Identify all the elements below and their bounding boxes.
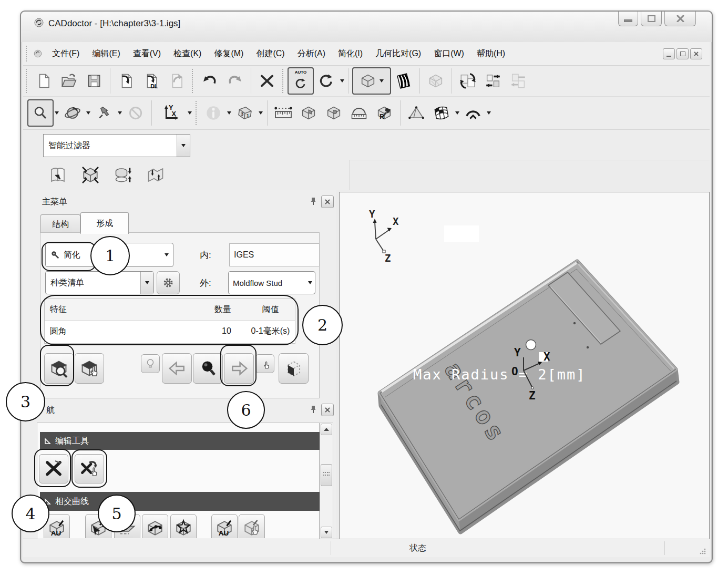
pick-hand-icon[interactable]	[255, 354, 274, 373]
minimize-button[interactable]	[618, 12, 638, 26]
measure-cube-icon[interactable]: 31	[232, 100, 258, 126]
undo-icon[interactable]	[197, 68, 222, 94]
box-section-2-icon[interactable]	[321, 100, 346, 126]
menu-simplify[interactable]: 简化(I)	[332, 46, 369, 62]
menu-create[interactable]: 创建(C)	[250, 46, 291, 62]
mesh-dropdown-arrow[interactable]	[454, 101, 460, 125]
forbidden-icon[interactable]	[123, 100, 148, 126]
viewport[interactable]: arcos Y X Z Max Radius = 2[mm]	[339, 192, 710, 540]
ruler-icon[interactable]	[271, 100, 296, 126]
mdi-restore-button[interactable]	[676, 48, 689, 59]
category-dropdown-arrow[interactable]	[140, 272, 153, 294]
category-list-combo[interactable]: 种类清单	[45, 271, 154, 294]
out-dropdown-arrow[interactable]	[305, 272, 315, 294]
open-file-icon[interactable]	[56, 68, 81, 94]
mdi-minimize-button[interactable]	[663, 48, 675, 59]
auto-update-icon[interactable]: AUTO	[288, 67, 314, 95]
pin-icon[interactable]	[307, 404, 319, 415]
menu-file[interactable]: 文件(F)	[46, 46, 86, 62]
mdi-close-button[interactable]	[690, 48, 702, 59]
compare-models-icon[interactable]	[480, 68, 506, 94]
redo-icon[interactable]	[222, 68, 248, 94]
smart-filter-combo[interactable]: 智能过滤器	[43, 134, 190, 157]
prev-arrow-icon[interactable]	[162, 353, 192, 384]
section-intersect-curves[interactable]: 相交曲线	[40, 492, 320, 511]
delete-icon[interactable]	[254, 68, 280, 94]
cube-pick-icon[interactable]	[75, 353, 104, 384]
cube-star-icon[interactable]	[170, 514, 197, 538]
sync-transfer-icon[interactable]	[506, 68, 531, 94]
compress-stack-icon[interactable]	[110, 163, 136, 187]
axes-dropdown-arrow[interactable]	[187, 101, 193, 125]
zoom-dropdown-arrow[interactable]	[54, 101, 60, 125]
main-menu-close-icon[interactable]	[321, 196, 334, 208]
orbit-dropdown-arrow[interactable]	[85, 101, 91, 125]
viewport-canvas[interactable]: arcos Y X Z Max Radius = 2[mm]	[340, 192, 709, 539]
pin-icon[interactable]	[307, 196, 319, 207]
menu-repair[interactable]: 修复(M)	[208, 46, 250, 62]
cube-au-2-icon[interactable]: AU	[211, 514, 238, 538]
section-edit-tools[interactable]: 编辑工具	[40, 432, 320, 450]
arc-dropdown-arrow[interactable]	[486, 101, 492, 125]
document-menu-icon[interactable]	[33, 49, 43, 58]
shrink-cube-icon[interactable]	[78, 163, 103, 187]
toolbar-grip[interactable]	[192, 69, 194, 93]
axes-icon[interactable]: YX	[155, 100, 187, 126]
dark-magnifier-icon[interactable]	[193, 353, 223, 384]
info-dropdown-arrow[interactable]	[226, 101, 232, 125]
scroll-down-button[interactable]	[321, 527, 332, 538]
menu-edit[interactable]: 编辑(E)	[86, 46, 126, 62]
menu-view[interactable]: 查看(V)	[127, 46, 167, 62]
import-dl-icon[interactable]: DL	[139, 68, 164, 94]
next-arrow-icon[interactable]	[224, 353, 254, 384]
restore-button[interactable]	[641, 12, 662, 26]
delete-x-pick-icon[interactable]	[75, 454, 104, 484]
nav-scrollbar[interactable]	[320, 423, 333, 539]
menu-geometry-compare[interactable]: 几何比对(G)	[369, 46, 427, 62]
facet-icon[interactable]	[404, 100, 429, 126]
toolbar-grip[interactable]	[26, 69, 28, 93]
simplify-dropdown-arrow[interactable]	[160, 243, 173, 266]
rotate-view-icon[interactable]	[314, 68, 339, 94]
merge-sheets-icon[interactable]	[143, 163, 168, 187]
sync-models-icon[interactable]	[455, 68, 480, 94]
table-row[interactable]: 圆角 10 0-1毫米(s)	[45, 321, 295, 342]
box-section-icon[interactable]	[296, 100, 321, 126]
cube-hand-icon[interactable]	[239, 514, 265, 538]
split-view-icon[interactable]	[45, 163, 70, 187]
out-format-combo[interactable]: Moldflow Stud	[228, 271, 315, 294]
feature-table[interactable]: 特征 数量 阈值 圆角 10 0-1毫米(s)	[44, 299, 295, 344]
cube-zoom-icon[interactable]	[44, 353, 74, 384]
zoom-icon[interactable]	[27, 99, 54, 127]
pushpin-icon[interactable]	[91, 100, 117, 126]
measure-dropdown-arrow[interactable]	[258, 101, 264, 125]
rotate-dropdown-arrow[interactable]	[339, 69, 345, 93]
bulb-icon[interactable]	[141, 354, 160, 373]
cube-dots-icon[interactable]	[142, 514, 168, 538]
arc-icon[interactable]	[460, 100, 486, 126]
new-file-icon[interactable]	[31, 68, 56, 94]
nav-close-icon[interactable]	[321, 404, 334, 416]
menu-check[interactable]: 检查(K)	[167, 46, 208, 62]
resize-grip[interactable]	[699, 548, 706, 555]
toolbar-grip[interactable]	[196, 101, 198, 125]
zebra-analysis-icon[interactable]	[391, 68, 416, 94]
shaded-model-icon[interactable]	[423, 68, 448, 94]
tab-structure[interactable]: 结构	[40, 214, 80, 234]
mesh-surface-icon[interactable]	[429, 100, 454, 126]
toolbar-grip[interactable]	[282, 69, 285, 93]
import-file-icon[interactable]	[114, 68, 139, 94]
smart-filter-dropdown-arrow[interactable]	[177, 135, 190, 157]
tab-formation[interactable]: 形成	[80, 212, 129, 234]
info-icon[interactable]	[201, 100, 226, 126]
solid-face-cube-icon[interactable]	[279, 353, 309, 384]
export-file-icon[interactable]	[164, 68, 189, 94]
menu-analyze[interactable]: 分析(A)	[291, 46, 332, 62]
menu-help[interactable]: 帮助(H)	[470, 46, 511, 62]
delete-x-icon[interactable]	[39, 454, 68, 484]
menu-window[interactable]: 窗口(W)	[427, 46, 470, 62]
close-button[interactable]	[664, 12, 696, 26]
scrollbar-thumb[interactable]	[321, 464, 332, 486]
scroll-up-button[interactable]	[321, 424, 332, 435]
radius-cube-icon[interactable]: R	[372, 100, 397, 126]
